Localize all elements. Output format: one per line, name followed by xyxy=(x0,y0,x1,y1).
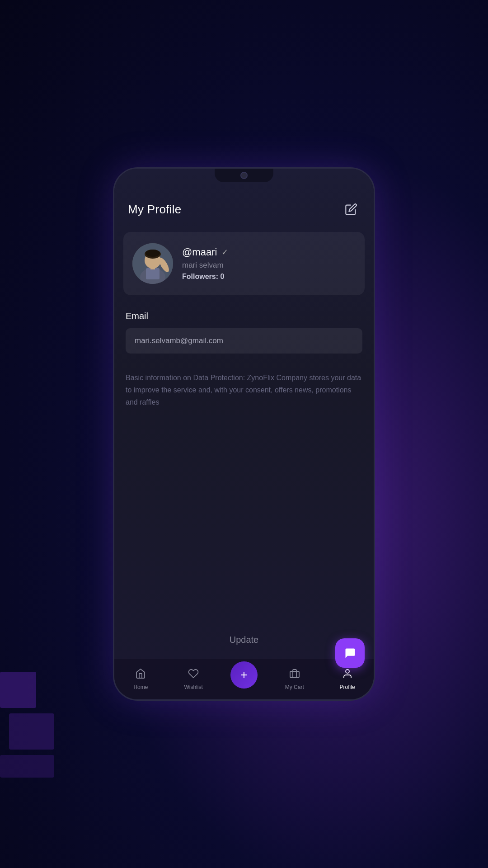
front-camera xyxy=(240,172,248,179)
nav-profile[interactable]: Profile xyxy=(332,668,363,690)
wishlist-label: Wishlist xyxy=(184,684,203,690)
profile-nav-icon xyxy=(342,668,353,682)
svg-rect-8 xyxy=(290,671,299,678)
svg-rect-2 xyxy=(146,268,160,279)
email-label: Email xyxy=(126,311,362,321)
add-icon: + xyxy=(240,669,248,681)
page-header: My Profile xyxy=(114,191,374,227)
cart-icon xyxy=(289,668,300,682)
background-blocks xyxy=(0,672,54,778)
wishlist-icon xyxy=(188,668,199,682)
phone-notch xyxy=(215,169,273,182)
home-icon xyxy=(135,668,146,682)
bg-block-1 xyxy=(0,672,36,708)
edit-profile-button[interactable] xyxy=(342,200,360,218)
email-field[interactable]: mari.selvamb@gmail.com xyxy=(126,328,362,354)
phone-frame: My Profile xyxy=(113,167,375,701)
chat-fab-button[interactable] xyxy=(335,638,365,668)
profile-card: @maari ✓ mari selvam Followers: 0 xyxy=(123,232,365,295)
bg-block-2 xyxy=(9,713,54,750)
page-title: My Profile xyxy=(128,203,182,217)
nav-wishlist[interactable]: Wishlist xyxy=(178,668,209,690)
update-area: Update xyxy=(114,418,374,659)
cart-label: My Cart xyxy=(285,684,304,690)
svg-point-9 xyxy=(346,670,349,673)
data-protection-info: Basic information on Data Protection: Zy… xyxy=(114,358,374,418)
display-name: mari selvam xyxy=(182,261,228,270)
bg-block-3 xyxy=(0,755,54,778)
chat-icon xyxy=(344,647,357,660)
profile-info: @maari ✓ mari selvam Followers: 0 xyxy=(182,246,228,281)
verified-icon: ✓ xyxy=(221,247,228,257)
profile-nav-label: Profile xyxy=(340,684,355,690)
username-row: @maari ✓ xyxy=(182,246,228,258)
nav-cart[interactable]: My Cart xyxy=(279,668,310,690)
bottom-navigation: Home Wishlist + xyxy=(114,659,374,699)
email-section: Email mari.selvamb@gmail.com xyxy=(114,300,374,358)
nav-add-button[interactable]: + xyxy=(230,661,258,689)
update-button[interactable]: Update xyxy=(216,630,272,650)
home-label: Home xyxy=(133,684,148,690)
screen: My Profile xyxy=(114,169,374,699)
svg-point-6 xyxy=(145,250,160,257)
nav-home[interactable]: Home xyxy=(125,668,156,690)
username: @maari xyxy=(182,246,217,258)
followers-count: Followers: 0 xyxy=(182,273,228,281)
avatar xyxy=(132,243,173,284)
